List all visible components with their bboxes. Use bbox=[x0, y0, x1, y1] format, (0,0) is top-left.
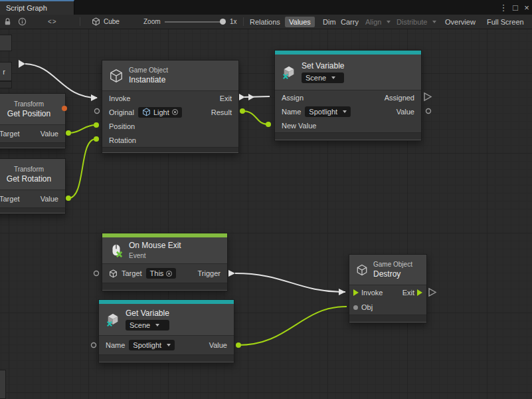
node-destroy[interactable]: Game Object Destroy Invoke Exit Obj bbox=[349, 254, 427, 323]
control-port-in-icon[interactable] bbox=[353, 289, 359, 296]
node-title: On Mouse Exit bbox=[129, 241, 181, 250]
port-label-target: Target bbox=[0, 195, 20, 203]
graph-toolbar: <> Cube Zoom 1x Relations Values Dim Car… bbox=[0, 15, 532, 29]
port-label-value: Value bbox=[41, 195, 58, 203]
node-on-mouse-exit[interactable]: On Mouse Exit Event Target This Trigg bbox=[102, 233, 228, 291]
object-field-light[interactable]: Light bbox=[138, 107, 182, 118]
variable-icon bbox=[106, 313, 120, 327]
scope-dropdown[interactable]: Scene bbox=[302, 72, 344, 83]
object-picker-icon[interactable] bbox=[166, 271, 172, 277]
button-relations[interactable]: Relations bbox=[247, 15, 283, 29]
chevron-down-icon bbox=[331, 76, 335, 79]
variable-name-value: Spotlight bbox=[133, 341, 161, 349]
variable-name-value: Spotlight bbox=[309, 108, 337, 116]
window-maximize-icon[interactable]: □ bbox=[510, 0, 521, 15]
node-get-rotation[interactable]: Transform Get Rotation Target Value bbox=[0, 158, 66, 214]
zoom-slider-track[interactable] bbox=[165, 21, 226, 23]
node-get-variable[interactable]: Get Variable Scene Name Spotlight Value bbox=[98, 299, 234, 363]
partial-node-text: r bbox=[3, 68, 5, 76]
partial-node-label-row[interactable]: r bbox=[0, 62, 12, 81]
node-category: Transform bbox=[14, 166, 44, 173]
button-carry[interactable]: Carry bbox=[338, 15, 361, 29]
node-category: Game Object bbox=[129, 66, 168, 74]
info-icon[interactable] bbox=[18, 15, 27, 29]
mouse-exit-icon bbox=[109, 243, 124, 258]
port-label-position: Position bbox=[109, 122, 135, 130]
port-label-value: Value bbox=[209, 341, 227, 349]
node-header: Set Variable Scene bbox=[275, 55, 421, 90]
port-label-rotation: Rotation bbox=[109, 136, 136, 144]
port-label-original: Original bbox=[109, 108, 134, 116]
port-label-assigned: Assigned bbox=[385, 94, 414, 102]
partial-node-top[interactable] bbox=[0, 35, 12, 51]
code-view-icon[interactable]: <> bbox=[48, 15, 57, 29]
window-close-icon[interactable]: × bbox=[521, 0, 532, 15]
scope-dropdown[interactable]: Scene bbox=[126, 320, 169, 331]
port-label-trigger: Trigger bbox=[198, 269, 221, 277]
object-field-this[interactable]: This bbox=[146, 268, 177, 279]
object-field-value: Light bbox=[153, 108, 169, 116]
variable-name-dropdown[interactable]: Spotlight bbox=[305, 106, 351, 117]
target-gameobject[interactable]: Cube bbox=[92, 15, 120, 29]
node-header: Transform Get Position bbox=[0, 94, 65, 125]
node-title: Set Variable bbox=[302, 62, 344, 70]
port-label-name: Name bbox=[282, 108, 301, 116]
game-object-icon bbox=[356, 264, 368, 276]
game-object-icon bbox=[109, 269, 118, 278]
button-distribute[interactable]: Distribute bbox=[394, 15, 436, 29]
port-label-obj: Obj bbox=[361, 303, 373, 311]
node-header: Get Variable Scene bbox=[99, 304, 234, 336]
tab-bar: Script Graph ⋮ □ × bbox=[0, 0, 532, 15]
node-instantiate[interactable]: Game Object Instantiate Invoke Exit Orig… bbox=[102, 60, 239, 154]
node-set-variable[interactable]: Set Variable Scene Assign Assigned Name … bbox=[274, 50, 422, 141]
button-full-screen[interactable]: Full Screen bbox=[484, 15, 527, 29]
control-port-out-icon[interactable] bbox=[417, 289, 422, 296]
port-label-value: Value bbox=[41, 130, 58, 138]
zoom-value: 1x bbox=[230, 15, 237, 29]
object-cube-icon bbox=[142, 108, 151, 116]
chevron-down-icon bbox=[343, 110, 347, 113]
node-header: Game Object Instantiate bbox=[102, 61, 238, 91]
zoom-slider[interactable] bbox=[165, 15, 226, 29]
window-menu-icon[interactable]: ⋮ bbox=[498, 0, 509, 15]
port-label-invoke: Invoke bbox=[109, 94, 130, 102]
node-footer bbox=[0, 142, 65, 148]
node-footer bbox=[99, 354, 234, 362]
lock-icon[interactable] bbox=[3, 15, 12, 29]
port-label-target: Target bbox=[0, 130, 20, 138]
chevron-down-icon bbox=[167, 344, 171, 346]
button-values[interactable]: Values bbox=[285, 15, 315, 29]
node-header: Game Object Destroy bbox=[349, 255, 426, 285]
scope-value: Scene bbox=[130, 321, 150, 329]
object-picker-icon[interactable] bbox=[172, 109, 178, 115]
node-get-position[interactable]: Transform Get Position Target Value bbox=[0, 93, 66, 149]
port-label-invoke: Invoke bbox=[361, 289, 383, 297]
tab-script-graph[interactable]: Script Graph bbox=[0, 0, 74, 15]
partial-node-footer bbox=[0, 81, 12, 88]
port-label-target: Target bbox=[122, 269, 142, 277]
port-label-value: Value bbox=[397, 108, 414, 116]
node-category: Transform bbox=[14, 100, 44, 108]
partial-node-bottom[interactable] bbox=[0, 370, 6, 399]
cube-icon bbox=[92, 17, 100, 26]
node-footer bbox=[102, 147, 238, 153]
button-dim[interactable]: Dim bbox=[320, 15, 339, 29]
script-graph-window: r Transform Get Position Target Value Tr… bbox=[0, 0, 532, 399]
port-label-name: Name bbox=[106, 341, 125, 349]
node-header: Transform Get Rotation bbox=[0, 159, 65, 190]
graph-canvas[interactable] bbox=[0, 29, 532, 399]
toolbar-separator bbox=[243, 17, 244, 26]
tab-title: Script Graph bbox=[6, 4, 47, 12]
node-category: Game Object bbox=[373, 261, 412, 268]
variable-icon bbox=[282, 65, 296, 80]
button-align[interactable]: Align bbox=[363, 15, 391, 29]
value-port-icon[interactable] bbox=[353, 305, 358, 310]
port-label-assign: Assign bbox=[282, 94, 304, 102]
button-overview[interactable]: Overview bbox=[442, 15, 478, 29]
game-object-icon bbox=[109, 68, 124, 83]
variable-name-dropdown[interactable]: Spotlight bbox=[129, 340, 175, 350]
zoom-slider-knob[interactable] bbox=[220, 19, 226, 25]
node-footer bbox=[275, 132, 421, 140]
zoom-label: Zoom bbox=[143, 15, 161, 29]
chevron-down-icon bbox=[432, 21, 436, 23]
